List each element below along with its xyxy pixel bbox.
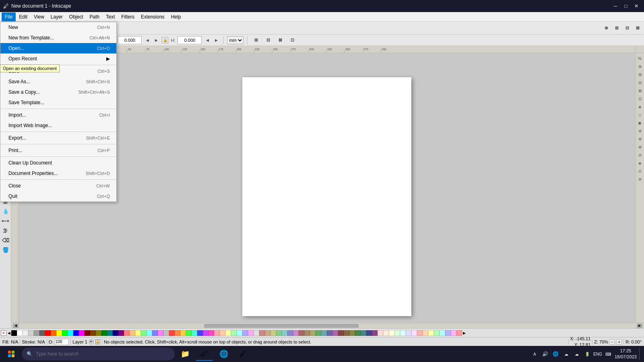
menu-close[interactable]: Close Ctrl+W [0,181,116,191]
color-swatch-59[interactable] [344,330,349,336]
color-swatch-72[interactable] [417,330,423,336]
color-swatch-12[interactable] [79,330,85,336]
color-swatch-62[interactable] [361,330,366,336]
menu-view[interactable]: View [31,12,47,21]
snap-button-9[interactable]: ◉ [636,119,644,126]
menu-filters[interactable]: Filters [118,12,138,21]
color-swatch-56[interactable] [327,330,332,336]
color-swatch-49[interactable] [287,330,293,336]
snap-node-button[interactable]: ⊟ [622,23,632,33]
unit-selector[interactable]: mm px cm in pt [227,36,244,44]
color-swatch-74[interactable] [428,330,434,336]
menu-text[interactable]: Text [103,12,118,21]
snap-button-10[interactable]: ⊛ [636,127,644,134]
w-input[interactable] [118,36,142,44]
color-swatch-25[interactable] [152,330,158,336]
color-swatch-31[interactable] [186,330,192,336]
menu-layer[interactable]: Layer [47,12,66,21]
w-decrease[interactable]: ◀ [144,37,151,43]
menu-import-web[interactable]: Import Web Image... [0,120,116,131]
snap-button-1[interactable]: % [636,55,644,62]
color-swatch-36[interactable] [214,330,220,336]
color-swatch-10[interactable] [68,330,73,336]
menu-print[interactable]: Print... Ctrl+P [0,145,116,156]
tray-cloud-2[interactable]: ☁ [573,350,581,358]
color-swatch-58[interactable] [338,330,344,336]
color-swatch-33[interactable] [197,330,203,336]
zoom-out-status-button[interactable]: − [609,339,615,345]
menu-quit[interactable]: Quit Ctrl+Q [0,191,116,202]
color-swatch-8[interactable] [56,330,62,336]
color-swatch-13[interactable] [85,330,90,336]
menu-import[interactable]: Import... Ctrl+I [0,110,116,120]
color-swatch-27[interactable] [163,330,169,336]
color-swatch-39[interactable] [231,330,237,336]
dropper-tool[interactable]: 💧 [1,207,10,216]
color-swatch-63[interactable] [366,330,372,336]
tray-cloud-1[interactable]: ☁ [562,350,570,358]
color-swatch-54[interactable] [316,330,321,336]
color-swatch-21[interactable] [130,330,135,336]
color-swatch-69[interactable] [400,330,406,336]
zoom-in-status-button[interactable]: + [616,339,622,345]
color-swatch-75[interactable] [434,330,440,336]
snap-button-5[interactable]: ⊠ [636,87,644,94]
scroll-right-button[interactable]: ▶ [637,323,642,328]
color-swatch-57[interactable] [332,330,338,336]
transform-1-button[interactable]: ⊞ [251,35,261,45]
color-swatch-43[interactable] [254,330,259,336]
tray-network-1[interactable]: 🌐 [552,350,560,358]
snap-bbox-button[interactable]: ⊞ [612,23,621,33]
snap-button-2[interactable]: ⊕ [636,63,644,70]
snap-button-14[interactable]: ◈ [636,159,644,167]
color-swatch-24[interactable] [147,330,152,336]
color-swatch-53[interactable] [310,330,316,336]
color-swatch-3[interactable] [28,330,34,336]
menu-open-recent[interactable]: Open Recent ▶ [0,53,116,64]
snap-button-8[interactable]: ◇ [636,111,644,118]
w-increase[interactable]: ▶ [153,37,159,43]
color-swatch-23[interactable] [141,330,147,336]
color-swatch-1[interactable] [17,330,23,336]
color-swatch-79[interactable] [456,330,462,336]
color-swatch-41[interactable] [242,330,248,336]
menu-doc-properties[interactable]: Document Properties... Shift+Ctrl+D [0,168,116,179]
color-swatch-46[interactable] [270,330,276,336]
color-swatch-18[interactable] [113,330,118,336]
palette-left-arrow[interactable]: ◀ [7,331,11,335]
color-swatch-15[interactable] [96,330,101,336]
layer-lock-toggle[interactable]: 🔓 [95,339,100,344]
color-swatch-47[interactable] [276,330,282,336]
menu-edit[interactable]: Edit [16,12,31,21]
menu-cleanup[interactable]: Clean Up Document [0,158,116,168]
color-swatch-68[interactable] [394,330,400,336]
color-swatch-34[interactable] [203,330,208,336]
layer-name[interactable]: Layer 1 [72,339,87,344]
color-swatch-71[interactable] [411,330,417,336]
color-swatch-40[interactable] [237,330,242,336]
tray-battery[interactable]: 🔋 [583,350,591,358]
menu-extensions[interactable]: Extensions [138,12,168,21]
search-input[interactable] [36,351,170,357]
h-increase[interactable]: ▶ [213,37,219,43]
color-swatch-64[interactable] [372,330,378,336]
tray-chevron[interactable]: ∧ [531,350,539,358]
color-swatch-30[interactable] [180,330,186,336]
color-swatch-70[interactable] [406,330,411,336]
menu-open[interactable]: Open... Ctrl+O [0,43,116,53]
color-swatch-22[interactable] [135,330,141,336]
h-input[interactable] [178,36,202,44]
menu-export[interactable]: Export... Shift+Ctrl+E [0,133,116,143]
color-swatch-17[interactable] [107,330,113,336]
color-swatch-26[interactable] [158,330,163,336]
menu-help[interactable]: Help [168,12,184,21]
show-desktop-button[interactable] [639,348,642,360]
snap-button-15[interactable]: ⊙ [636,167,644,175]
menu-path[interactable]: Path [87,12,103,21]
snap-toggle-button[interactable]: ⊕ [601,23,611,33]
transform-4-button[interactable]: ⊡ [287,35,297,45]
color-swatch-44[interactable] [259,330,265,336]
color-swatch-66[interactable] [383,330,389,336]
tray-volume[interactable]: 🔊 [541,350,549,358]
menu-save-copy[interactable]: Save a Copy... Shift+Ctrl+Alt+S [0,87,116,97]
